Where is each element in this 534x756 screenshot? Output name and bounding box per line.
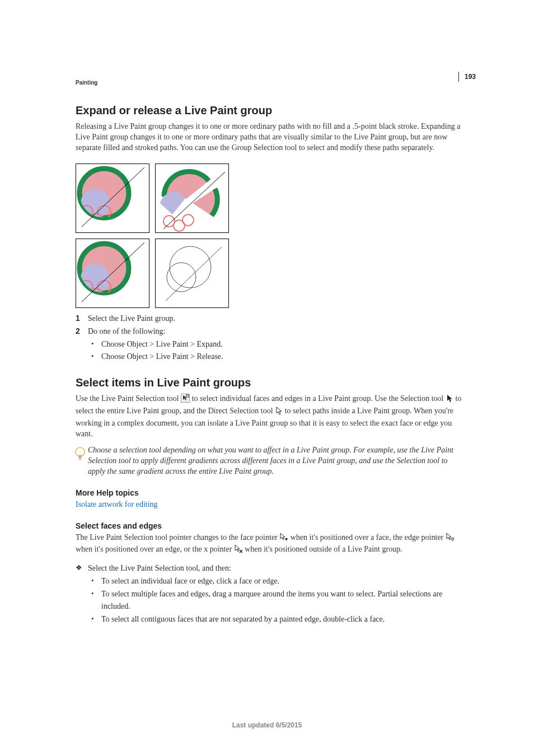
svg-point-20 <box>170 246 211 288</box>
content: Expand or release a Live Paint group Rel… <box>76 104 464 626</box>
selection-tool-icon <box>446 394 453 406</box>
diamond-text: Select the Live Paint Selection tool, an… <box>88 562 231 574</box>
svg-point-8 <box>163 216 175 227</box>
list-item: 1 Select the Live Paint group. <box>76 312 464 324</box>
x-pointer-icon <box>234 544 243 557</box>
sub-list: • Choose Object > Live Paint > Expand. •… <box>76 338 464 363</box>
step-text: Select the Live Paint group. <box>88 312 175 324</box>
bullet-icon: • <box>91 575 101 587</box>
page: Painting 193 Expand or release a Live Pa… <box>0 0 534 756</box>
list-item: • Choose Object > Live Paint > Expand. <box>91 338 464 351</box>
figure-original-2 <box>76 239 149 308</box>
bullet-icon: • <box>91 351 101 363</box>
bullet-text: To select an individual face or edge, cl… <box>101 575 279 587</box>
list-item: • To select multiple faces and edges, dr… <box>91 588 464 613</box>
text-span: Use the Live Paint Selection tool <box>76 394 181 403</box>
select-items-paragraph: Use the Live Paint Selection tool to sel… <box>76 394 464 440</box>
bullet-icon: • <box>91 338 101 351</box>
text-span: when it's positioned over an edge, or th… <box>76 545 234 553</box>
heading-expand-release: Expand or release a Live Paint group <box>76 104 464 117</box>
section-label: Painting <box>76 80 97 86</box>
face-pointer-icon <box>279 533 288 545</box>
heading-select-faces: Select faces and edges <box>76 521 464 530</box>
svg-point-10 <box>182 214 194 226</box>
list-item: • Choose Object > Live Paint > Release. <box>91 351 464 363</box>
heading-select-items: Select items in Live Paint groups <box>76 376 464 389</box>
step-text: Do one of the following: <box>88 325 165 337</box>
figure-released <box>155 239 229 308</box>
figure-row-top <box>76 164 464 233</box>
direct-selection-tool-icon <box>275 406 283 418</box>
more-help-heading: More Help topics <box>76 488 464 497</box>
text-span: to select individual faces and edges in … <box>192 394 446 403</box>
text-span: The Live Paint Selection tool pointer ch… <box>76 533 279 542</box>
isolate-artwork-link[interactable]: Isolate artwork for editing <box>76 500 158 508</box>
diamond-bullet-icon: ❖ <box>76 562 88 574</box>
select-faces-bullets: • To select an individual face or edge, … <box>76 575 464 626</box>
bullet-text: Choose Object > Live Paint > Expand. <box>101 338 223 351</box>
figure-grid <box>76 164 464 308</box>
tip-text: Choose a selection tool depending on wha… <box>88 445 464 477</box>
bullet-text: To select multiple faces and edges, drag… <box>101 588 464 613</box>
footer-last-updated: Last updated 6/5/2015 <box>0 721 534 729</box>
figure-exploded <box>155 164 229 233</box>
bullet-text: To select all contiguous faces that are … <box>101 613 385 626</box>
bullet-icon: • <box>91 613 101 626</box>
step-number: 2 <box>76 325 88 337</box>
svg-line-22 <box>166 247 222 301</box>
live-paint-selection-tool-icon <box>181 394 190 406</box>
list-item: • To select an individual face or edge, … <box>91 575 464 587</box>
bullet-icon: • <box>91 588 101 613</box>
step-number: 1 <box>76 312 88 324</box>
text-span: when it's positioned over a face, the ed… <box>291 533 446 542</box>
list-item: • To select all contiguous faces that ar… <box>91 613 464 626</box>
page-number: 193 <box>458 72 476 82</box>
text-span: when it's positioned outside of a Live P… <box>245 545 402 553</box>
ordered-list: 1 Select the Live Paint group. 2 Do one … <box>76 312 464 363</box>
svg-point-21 <box>167 263 196 292</box>
bullet-text: Choose Object > Live Paint > Release. <box>101 351 223 363</box>
edge-pointer-icon <box>446 533 455 545</box>
select-faces-paragraph: The Live Paint Selection tool pointer ch… <box>76 533 464 557</box>
figure-row-bottom <box>76 239 464 308</box>
svg-point-25 <box>76 447 85 456</box>
tip-note: Choose a selection tool depending on wha… <box>76 445 464 477</box>
list-item: 2 Do one of the following: <box>76 325 464 337</box>
diamond-line: ❖ Select the Live Paint Selection tool, … <box>76 562 464 574</box>
intro-paragraph: Releasing a Live Paint group changes it … <box>76 122 464 153</box>
lightbulb-icon <box>74 446 86 464</box>
figure-original-1 <box>76 164 149 233</box>
